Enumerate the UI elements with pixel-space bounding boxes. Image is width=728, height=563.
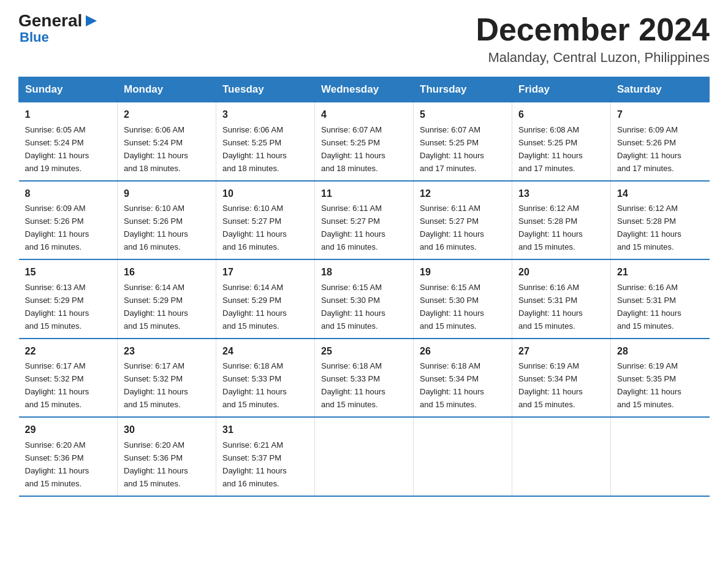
day-number: 10 <box>222 186 308 202</box>
day-number: 29 <box>25 423 112 438</box>
day-number: 26 <box>420 344 506 359</box>
day-number: 19 <box>420 265 506 280</box>
day-sunrise: Sunrise: 6:18 AM <box>420 361 480 370</box>
logo-general-text: General <box>18 12 82 29</box>
day-sunrise: Sunrise: 6:09 AM <box>25 204 86 213</box>
day-sunrise: Sunrise: 6:14 AM <box>124 283 184 292</box>
table-row: 5 Sunrise: 6:07 AM Sunset: 5:25 PM Dayli… <box>414 102 512 181</box>
svg-marker-0 <box>86 15 97 26</box>
table-row: 15 Sunrise: 6:13 AM Sunset: 5:29 PM Dayl… <box>19 259 118 338</box>
table-row: 30 Sunrise: 6:20 AM Sunset: 5:36 PM Dayl… <box>118 417 216 496</box>
table-row <box>611 417 710 496</box>
day-daylight: Daylight: 11 hoursand 18 minutes. <box>321 151 385 173</box>
logo-arrow-icon <box>85 14 98 28</box>
table-row: 27 Sunrise: 6:19 AM Sunset: 5:34 PM Dayl… <box>512 339 611 417</box>
col-monday: Monday <box>118 77 216 102</box>
calendar-week-row: 29 Sunrise: 6:20 AM Sunset: 5:36 PM Dayl… <box>19 417 710 496</box>
day-sunset: Sunset: 5:26 PM <box>124 216 183 226</box>
logo-blue-text: Blue <box>20 31 49 44</box>
table-row: 31 Sunrise: 6:21 AM Sunset: 5:37 PM Dayl… <box>216 417 315 496</box>
day-number: 24 <box>222 344 308 359</box>
day-daylight: Daylight: 11 hoursand 16 minutes. <box>222 229 287 251</box>
day-daylight: Daylight: 11 hoursand 15 minutes. <box>25 308 89 331</box>
title-block: December 2024 Malanday, Central Luzon, P… <box>476 12 710 66</box>
day-number: 16 <box>124 265 210 280</box>
calendar-week-row: 15 Sunrise: 6:13 AM Sunset: 5:29 PM Dayl… <box>19 259 710 338</box>
table-row: 16 Sunrise: 6:14 AM Sunset: 5:29 PM Dayl… <box>118 259 216 338</box>
page-header: General Blue December 2024 Malanday, Cen… <box>18 12 710 66</box>
col-friday: Friday <box>512 77 611 102</box>
day-sunset: Sunset: 5:33 PM <box>222 374 281 383</box>
day-daylight: Daylight: 11 hoursand 15 minutes. <box>420 387 484 409</box>
day-daylight: Daylight: 11 hoursand 17 minutes. <box>617 151 681 173</box>
day-sunset: Sunset: 5:32 PM <box>124 374 183 383</box>
table-row: 23 Sunrise: 6:17 AM Sunset: 5:32 PM Dayl… <box>118 339 216 417</box>
day-daylight: Daylight: 11 hoursand 15 minutes. <box>617 229 681 251</box>
day-sunrise: Sunrise: 6:19 AM <box>617 361 678 370</box>
day-sunset: Sunset: 5:32 PM <box>25 374 84 383</box>
table-row: 1 Sunrise: 6:05 AM Sunset: 5:24 PM Dayli… <box>19 102 118 181</box>
day-number: 27 <box>518 344 604 359</box>
day-daylight: Daylight: 11 hoursand 17 minutes. <box>420 151 484 173</box>
table-row: 19 Sunrise: 6:15 AM Sunset: 5:30 PM Dayl… <box>414 259 512 338</box>
day-number: 31 <box>222 423 308 438</box>
table-row: 12 Sunrise: 6:11 AM Sunset: 5:27 PM Dayl… <box>414 181 512 259</box>
day-daylight: Daylight: 11 hoursand 15 minutes. <box>617 308 681 331</box>
day-number: 4 <box>321 107 407 123</box>
day-sunrise: Sunrise: 6:17 AM <box>25 361 86 370</box>
col-saturday: Saturday <box>611 77 710 102</box>
day-daylight: Daylight: 11 hoursand 15 minutes. <box>222 387 287 409</box>
day-sunrise: Sunrise: 6:06 AM <box>222 125 283 134</box>
day-daylight: Daylight: 11 hoursand 15 minutes. <box>25 466 89 488</box>
day-sunrise: Sunrise: 6:06 AM <box>124 125 184 134</box>
day-number: 7 <box>617 107 703 123</box>
day-sunrise: Sunrise: 6:11 AM <box>321 204 382 213</box>
table-row <box>414 417 512 496</box>
day-sunset: Sunset: 5:34 PM <box>518 374 577 383</box>
day-sunset: Sunset: 5:25 PM <box>321 138 380 147</box>
day-number: 11 <box>321 186 407 202</box>
day-number: 3 <box>222 107 308 123</box>
table-row: 28 Sunrise: 6:19 AM Sunset: 5:35 PM Dayl… <box>611 339 710 417</box>
day-number: 22 <box>25 344 112 359</box>
day-number: 5 <box>420 107 506 123</box>
logo: General Blue <box>18 12 98 44</box>
day-daylight: Daylight: 11 hoursand 19 minutes. <box>25 151 89 173</box>
day-sunset: Sunset: 5:25 PM <box>518 138 577 147</box>
day-sunset: Sunset: 5:28 PM <box>518 216 577 226</box>
day-daylight: Daylight: 11 hoursand 15 minutes. <box>124 466 188 488</box>
table-row <box>512 417 611 496</box>
table-row: 14 Sunrise: 6:12 AM Sunset: 5:28 PM Dayl… <box>611 181 710 259</box>
col-tuesday: Tuesday <box>216 77 315 102</box>
day-number: 13 <box>518 186 604 202</box>
day-number: 18 <box>321 265 407 280</box>
day-sunset: Sunset: 5:30 PM <box>321 296 380 305</box>
table-row: 21 Sunrise: 6:16 AM Sunset: 5:31 PM Dayl… <box>611 259 710 338</box>
table-row: 8 Sunrise: 6:09 AM Sunset: 5:26 PM Dayli… <box>19 181 118 259</box>
day-number: 20 <box>518 265 604 280</box>
day-daylight: Daylight: 11 hoursand 15 minutes. <box>617 387 681 409</box>
table-row: 13 Sunrise: 6:12 AM Sunset: 5:28 PM Dayl… <box>512 181 611 259</box>
day-sunset: Sunset: 5:29 PM <box>25 296 84 305</box>
day-sunset: Sunset: 5:25 PM <box>420 138 479 147</box>
day-sunrise: Sunrise: 6:18 AM <box>222 361 283 370</box>
table-row: 22 Sunrise: 6:17 AM Sunset: 5:32 PM Dayl… <box>19 339 118 417</box>
day-sunset: Sunset: 5:27 PM <box>222 216 281 226</box>
day-daylight: Daylight: 11 hoursand 15 minutes. <box>518 387 583 409</box>
day-sunrise: Sunrise: 6:21 AM <box>222 440 283 450</box>
table-row: 4 Sunrise: 6:07 AM Sunset: 5:25 PM Dayli… <box>315 102 414 181</box>
day-number: 15 <box>25 265 112 280</box>
day-sunrise: Sunrise: 6:10 AM <box>222 204 283 213</box>
day-sunset: Sunset: 5:36 PM <box>25 453 84 462</box>
day-sunrise: Sunrise: 6:16 AM <box>518 283 579 292</box>
day-sunrise: Sunrise: 6:08 AM <box>518 125 579 134</box>
day-sunrise: Sunrise: 6:13 AM <box>25 283 86 292</box>
day-number: 28 <box>617 344 703 359</box>
day-sunset: Sunset: 5:31 PM <box>518 296 577 305</box>
day-sunrise: Sunrise: 6:09 AM <box>617 125 678 134</box>
col-sunday: Sunday <box>19 77 118 102</box>
day-daylight: Daylight: 11 hoursand 16 minutes. <box>321 229 385 251</box>
day-sunrise: Sunrise: 6:11 AM <box>420 204 480 213</box>
day-sunset: Sunset: 5:36 PM <box>124 453 183 462</box>
day-sunset: Sunset: 5:30 PM <box>420 296 479 305</box>
